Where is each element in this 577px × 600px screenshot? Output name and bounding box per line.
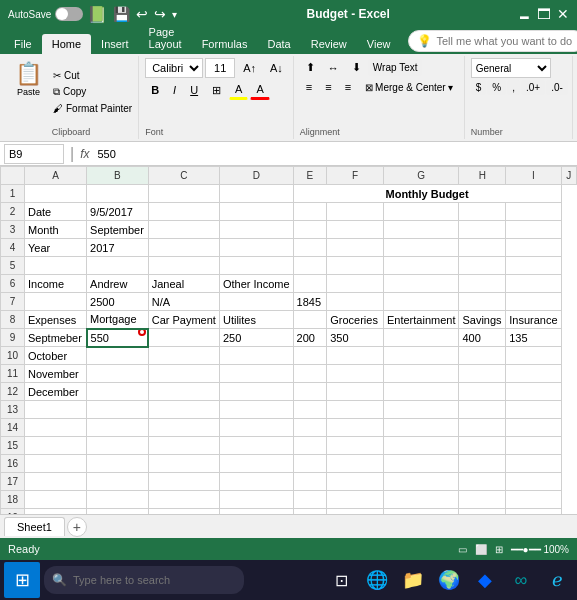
cut-button[interactable]: ✂ Cut <box>51 69 134 82</box>
increase-font-button[interactable]: A↑ <box>237 59 262 77</box>
cell[interactable] <box>293 239 327 257</box>
cell[interactable] <box>87 455 149 473</box>
cell[interactable] <box>25 185 87 203</box>
cell[interactable] <box>383 203 458 221</box>
cell[interactable] <box>219 455 293 473</box>
cell[interactable]: Other Income <box>219 275 293 293</box>
cell[interactable] <box>219 347 293 365</box>
tab-review[interactable]: Review <box>301 34 357 54</box>
cell[interactable] <box>327 203 384 221</box>
cell[interactable] <box>506 239 561 257</box>
cell[interactable] <box>506 401 561 419</box>
merge-center-button[interactable]: ⊠ Merge & Center ▾ <box>358 79 460 96</box>
dropbox-button[interactable]: ◆ <box>469 564 501 596</box>
cell[interactable] <box>148 455 219 473</box>
cell[interactable] <box>383 473 458 491</box>
increase-decimal-button[interactable]: .0+ <box>521 80 545 95</box>
tab-view[interactable]: View <box>357 34 401 54</box>
fill-color-button[interactable]: A <box>229 80 248 100</box>
taskbar-search-input[interactable] <box>73 574 236 586</box>
cell[interactable] <box>219 365 293 383</box>
cell[interactable] <box>459 455 506 473</box>
font-size-input[interactable] <box>205 58 235 78</box>
cell[interactable] <box>293 311 327 329</box>
cell[interactable] <box>506 365 561 383</box>
tell-me-input[interactable] <box>436 35 576 47</box>
row-header-16[interactable]: 16 <box>1 455 25 473</box>
cell[interactable] <box>506 221 561 239</box>
cell[interactable]: Andrew <box>87 275 149 293</box>
tab-page-layout[interactable]: Page Layout <box>139 22 192 54</box>
sheet-tab-sheet1[interactable]: Sheet1 <box>4 517 65 536</box>
cell[interactable] <box>219 221 293 239</box>
row-header-4[interactable]: 4 <box>1 239 25 257</box>
chrome-button[interactable]: 🌍 <box>433 564 465 596</box>
cell[interactable]: 1845 <box>293 293 327 311</box>
customize-button[interactable]: ▾ <box>170 4 179 24</box>
cell[interactable] <box>506 455 561 473</box>
cell[interactable]: 2017 <box>87 239 149 257</box>
dollar-button[interactable]: $ <box>471 80 487 95</box>
cell[interactable] <box>87 437 149 455</box>
cell[interactable]: 135 <box>506 329 561 347</box>
cell[interactable] <box>219 239 293 257</box>
underline-button[interactable]: U <box>184 81 204 99</box>
cell[interactable]: 250 <box>219 329 293 347</box>
row-header-7[interactable]: 7 <box>1 293 25 311</box>
cell[interactable] <box>327 383 384 401</box>
cell[interactable] <box>293 473 327 491</box>
cell[interactable] <box>459 365 506 383</box>
arduino-button[interactable]: ∞ <box>505 564 537 596</box>
formula-input[interactable] <box>94 147 574 161</box>
cell[interactable]: N/A <box>148 293 219 311</box>
cell[interactable] <box>87 491 149 509</box>
cell[interactable] <box>87 347 149 365</box>
col-header-c[interactable]: C <box>148 167 219 185</box>
cell[interactable] <box>327 257 384 275</box>
cell[interactable]: Janeal <box>148 275 219 293</box>
page-break-view-icon[interactable]: ⊞ <box>495 544 503 555</box>
cell[interactable] <box>293 455 327 473</box>
cell[interactable] <box>383 221 458 239</box>
cell[interactable] <box>327 455 384 473</box>
cell[interactable] <box>148 257 219 275</box>
cell[interactable] <box>148 365 219 383</box>
cell[interactable] <box>25 293 87 311</box>
row-header-5[interactable]: 5 <box>1 257 25 275</box>
cell[interactable] <box>25 455 87 473</box>
cell-reference-input[interactable] <box>4 144 64 164</box>
cell[interactable] <box>293 257 327 275</box>
cell[interactable] <box>459 275 506 293</box>
row-header-12[interactable]: 12 <box>1 383 25 401</box>
cell[interactable]: Mortgage <box>87 311 149 329</box>
cell[interactable] <box>506 257 561 275</box>
edge-button[interactable]: 🌐 <box>361 564 393 596</box>
cell[interactable]: Month <box>25 221 87 239</box>
cell[interactable] <box>148 401 219 419</box>
col-header-a[interactable]: A <box>25 167 87 185</box>
cell[interactable] <box>293 347 327 365</box>
cell[interactable] <box>327 239 384 257</box>
tab-formulas[interactable]: Formulas <box>192 34 258 54</box>
cell[interactable]: Savings <box>459 311 506 329</box>
cell[interactable] <box>459 473 506 491</box>
cell[interactable] <box>148 473 219 491</box>
cell[interactable] <box>25 401 87 419</box>
close-button[interactable]: ✕ <box>557 6 569 22</box>
cell[interactable] <box>327 293 384 311</box>
cell[interactable] <box>25 257 87 275</box>
cell[interactable]: Entertainment <box>383 311 458 329</box>
cell[interactable] <box>148 203 219 221</box>
cell[interactable] <box>383 293 458 311</box>
number-format-select[interactable]: General <box>471 58 551 78</box>
col-header-h[interactable]: H <box>459 167 506 185</box>
row-header-3[interactable]: 3 <box>1 221 25 239</box>
cell[interactable] <box>506 203 561 221</box>
cell[interactable] <box>383 257 458 275</box>
cell[interactable]: Utilites <box>219 311 293 329</box>
start-button[interactable]: ⊞ <box>4 562 40 598</box>
file-explorer-button[interactable]: 📁 <box>397 564 429 596</box>
row-header-9[interactable]: 9 <box>1 329 25 347</box>
cell[interactable] <box>148 185 219 203</box>
cell[interactable]: 550 <box>87 329 149 347</box>
